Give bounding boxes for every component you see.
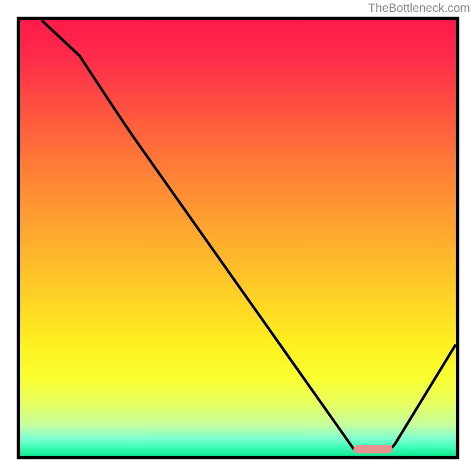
optimal-range-marker	[353, 445, 393, 453]
attribution-text: TheBottleneck.com	[368, 1, 470, 15]
plot-area	[17, 17, 459, 459]
bottleneck-curve	[20, 20, 456, 456]
chart-container	[17, 17, 459, 459]
